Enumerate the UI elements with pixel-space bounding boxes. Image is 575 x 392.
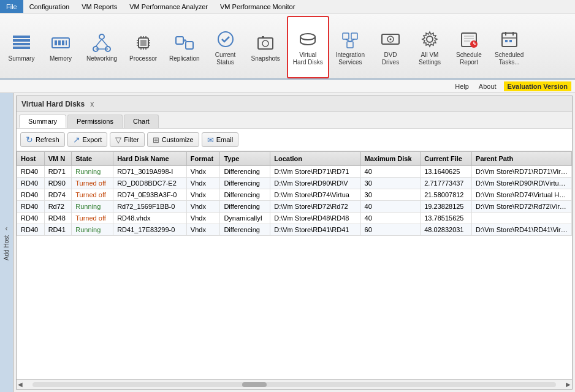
menu-vm-reports[interactable]: VM Reports xyxy=(75,0,123,13)
table-cell: Differencing xyxy=(220,201,270,213)
dvd-drives-label: DVD Drives xyxy=(382,51,399,66)
col-location[interactable]: Location xyxy=(270,152,360,166)
ribbon-btn-networking[interactable]: Networking xyxy=(81,16,123,78)
col-state[interactable]: State xyxy=(72,152,113,166)
svg-rect-0 xyxy=(13,36,30,38)
menu-vm-performance-monitor[interactable]: VM Performance Monitor xyxy=(214,0,301,13)
table-row[interactable]: RD40RD41RunningRD41_17E83299-0VhdxDiffer… xyxy=(17,224,572,236)
table-cell: DynamicallyI xyxy=(220,213,270,224)
tab-chart[interactable]: Chart xyxy=(124,115,159,128)
about-button[interactable]: About xyxy=(476,82,499,91)
col-host[interactable]: Host xyxy=(17,152,45,166)
table-cell: D:\Vm Store\RD72\Rd72\Virtual xyxy=(472,201,572,213)
scroll-right-btn[interactable]: ▶ xyxy=(566,381,571,388)
refresh-label: Refresh xyxy=(36,136,59,143)
virtual-hard-disks-table: Host VM N State Hard Disk Name Format Ty… xyxy=(17,151,572,236)
table-cell: D:\Vm Store\RD41\RD41\Virtua xyxy=(472,224,572,236)
ribbon-btn-current-status[interactable]: Current Status xyxy=(207,16,245,78)
menu-vm-performance-analyzer[interactable]: VM Performance Analyzer xyxy=(123,0,214,13)
menu-bar: File Configuration VM Reports VM Perform… xyxy=(0,0,575,13)
panel-title: Virtual Hard Disks xyxy=(21,100,85,108)
scroll-left-btn[interactable]: ◀ xyxy=(18,381,23,388)
ribbon-btn-replication[interactable]: Replication xyxy=(164,16,205,78)
svg-rect-1 xyxy=(13,39,30,42)
memory-icon xyxy=(50,32,72,54)
col-current-file[interactable]: Current File xyxy=(421,152,472,166)
table-cell: RD71 xyxy=(44,166,72,178)
col-max-disk[interactable]: Maximum Disk xyxy=(360,152,421,166)
action-bar: ↻ Refresh ↗ Export ▽ Filter ⊞ Customize … xyxy=(17,129,572,151)
ribbon-btn-schedule-report[interactable]: Schedule Report xyxy=(450,16,488,78)
menu-file[interactable]: File xyxy=(0,0,23,13)
table-cell: 21.58007812 xyxy=(421,189,472,201)
col-type[interactable]: Type xyxy=(220,152,270,166)
table-cell: Vhdx xyxy=(186,213,220,224)
scheduled-tasks-label: Scheduled Tasks... xyxy=(495,51,524,66)
ribbon-btn-dvd-drives[interactable]: DVD Drives xyxy=(371,16,409,78)
svg-rect-8 xyxy=(66,40,67,45)
refresh-icon: ↻ xyxy=(26,135,33,145)
svg-rect-41 xyxy=(351,33,357,39)
add-host-label: Add Host xyxy=(3,235,10,260)
filter-icon: ▽ xyxy=(115,135,121,145)
table-cell: D:\Vm Store\RD74\Virtual Hard xyxy=(472,189,572,201)
horizontal-scrollbar[interactable]: ◀ ▶ xyxy=(17,379,572,389)
table-row[interactable]: RD40RD90Turned offRD_D0D8BDC7-E2VhdxDiff… xyxy=(17,178,572,189)
menu-configuration[interactable]: Configuration xyxy=(23,0,75,13)
replication-label: Replication xyxy=(169,55,199,62)
table-row[interactable]: RD40Rd72RunningRd72_1569F1BB-0VhdxDiffer… xyxy=(17,201,572,213)
table-cell: Rd72 xyxy=(44,201,72,213)
current-status-icon xyxy=(215,28,237,50)
col-vm[interactable]: VM N xyxy=(44,152,72,166)
table-cell: Running xyxy=(72,166,113,178)
table-cell: Turned off xyxy=(72,178,113,189)
ribbon-btn-integration-services[interactable]: Integration Services xyxy=(330,16,370,78)
panel-close-button[interactable]: x xyxy=(88,100,96,108)
table-row[interactable]: RD40RD48Turned offRD48.vhdxVhdxDynamical… xyxy=(17,213,572,224)
table-cell: Turned off xyxy=(72,213,113,224)
customize-label: Customize xyxy=(162,136,194,143)
svg-rect-32 xyxy=(258,38,273,49)
col-disk-name[interactable]: Hard Disk Name xyxy=(113,152,187,166)
export-icon: ↗ xyxy=(73,135,80,145)
col-parent-path[interactable]: Parent Path xyxy=(472,152,572,166)
ribbon-btn-processor[interactable]: Processor xyxy=(124,16,162,78)
email-button[interactable]: ✉ Email xyxy=(202,132,239,147)
tab-permissions[interactable]: Permissions xyxy=(67,115,123,128)
ribbon-btn-scheduled-tasks[interactable]: Scheduled Tasks... xyxy=(489,16,529,78)
svg-rect-3 xyxy=(13,47,30,49)
scroll-thumb[interactable] xyxy=(242,382,267,387)
table-cell: 30 xyxy=(360,178,421,189)
help-button[interactable]: Help xyxy=(452,82,471,91)
scroll-track[interactable] xyxy=(32,382,556,387)
snapshots-icon xyxy=(254,32,276,54)
eval-badge: Evaluation Version xyxy=(504,81,571,91)
svg-point-48 xyxy=(427,36,433,42)
table-cell: 19.23828125 xyxy=(421,201,472,213)
ribbon-btn-summary[interactable]: Summary xyxy=(2,16,40,78)
col-format[interactable]: Format xyxy=(186,152,220,166)
add-host-sidebar[interactable]: ‹ Add Host xyxy=(0,93,13,392)
svg-rect-60 xyxy=(505,40,508,42)
export-button[interactable]: ↗ Export xyxy=(67,132,108,147)
table-cell: Differencing xyxy=(220,178,270,189)
refresh-button[interactable]: ↻ Refresh xyxy=(20,132,65,147)
table-cell: 40 xyxy=(360,166,421,178)
table-container[interactable]: Host VM N State Hard Disk Name Format Ty… xyxy=(17,151,572,379)
table-cell: RD40 xyxy=(17,213,45,224)
filter-button[interactable]: ▽ Filter xyxy=(110,132,144,147)
table-row[interactable]: RD40RD71RunningRD71_3019A998-IVhdxDiffer… xyxy=(17,166,572,178)
ribbon-btn-memory[interactable]: Memory xyxy=(42,16,80,78)
customize-button[interactable]: ⊞ Customize xyxy=(147,132,199,147)
all-vm-settings-icon xyxy=(419,28,441,50)
svg-line-12 xyxy=(96,39,102,47)
ribbon-btn-all-vm-settings[interactable]: All VM Settings xyxy=(411,16,449,78)
table-cell: Vhdx xyxy=(186,201,220,213)
ribbon-btn-snapshots[interactable]: Snapshots xyxy=(246,16,286,78)
ribbon-btn-virtual-hard-disks[interactable]: Virtual Hard Disks xyxy=(287,16,329,78)
table-cell: Differencing xyxy=(220,166,270,178)
table-cell: 40 xyxy=(360,201,421,213)
tab-summary[interactable]: Summary xyxy=(19,115,66,128)
integration-services-label: Integration Services xyxy=(336,51,365,66)
table-row[interactable]: RD40RD74Turned offRD74_0E93BA3F-0VhdxDif… xyxy=(17,189,572,201)
